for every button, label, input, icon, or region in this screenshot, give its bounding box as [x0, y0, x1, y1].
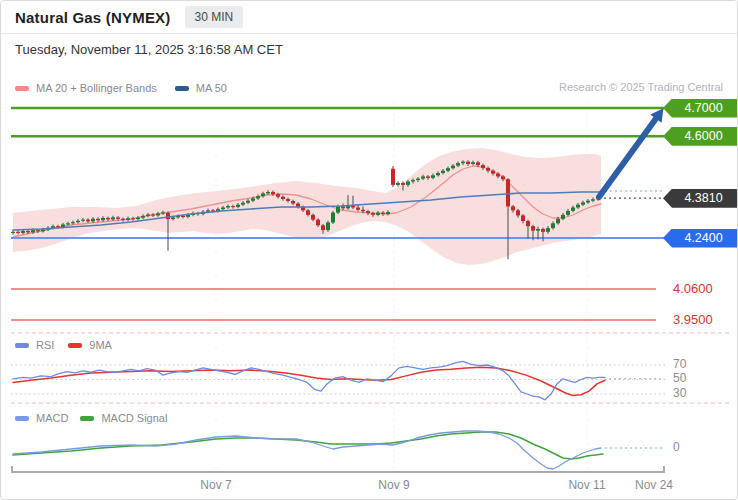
ma50-swatch-icon — [175, 86, 189, 91]
candle-body — [571, 207, 575, 210]
timestamp: Tuesday, November 11, 2025 3:16:58 AM CE… — [15, 42, 283, 57]
trend-arrow-shaft — [599, 116, 658, 197]
candle-body — [256, 196, 260, 198]
x-axis-label-nov24: Nov 24 — [635, 478, 673, 492]
rsi-level-70: 70 — [673, 357, 686, 371]
candle-body — [356, 207, 360, 209]
9ma-swatch-icon — [68, 343, 82, 348]
candle-body — [451, 166, 455, 169]
instrument-title: Natural Gas (NYMEX) — [15, 9, 171, 26]
macd-swatch-icon — [15, 416, 29, 421]
rsi-level-30: 30 — [673, 386, 686, 400]
candle-body — [221, 207, 225, 209]
candle-body — [226, 206, 230, 207]
candle-body — [26, 231, 30, 232]
candle-body — [411, 180, 415, 181]
price-chart-canvas — [1, 1, 738, 500]
candle-body — [501, 176, 505, 179]
candle-body — [116, 217, 120, 218]
candle-body — [231, 206, 235, 207]
candle-body — [471, 162, 475, 164]
candle-body — [156, 213, 160, 215]
macd-legend: MACD MACD Signal — [15, 412, 167, 424]
x-axis-label-nov11: Nov 11 — [568, 478, 605, 492]
candle-body — [11, 232, 15, 233]
candle-body — [166, 213, 170, 219]
candle-body — [566, 211, 570, 215]
candle-body — [271, 192, 275, 194]
candle-body — [516, 210, 520, 215]
candle-body — [421, 176, 425, 178]
candle-body — [361, 210, 365, 211]
candle-body — [306, 210, 310, 215]
candle-body — [561, 215, 565, 219]
candle-body — [261, 193, 265, 196]
candle-body — [521, 215, 525, 221]
legend-macd-signal: MACD Signal — [80, 412, 167, 424]
candle-body — [531, 226, 535, 231]
candle-body — [251, 198, 255, 200]
candle-body — [106, 218, 110, 219]
candle-body — [416, 179, 420, 180]
legend-ma50: MA 50 — [175, 82, 227, 94]
legend-label: MACD — [36, 412, 68, 424]
candle-body — [506, 179, 510, 206]
candle-body — [171, 217, 175, 219]
legend-label: MACD Signal — [101, 412, 167, 424]
resistance-tag-4-7000: 4.7000 — [663, 99, 738, 118]
macd-zero-label: 0 — [673, 440, 680, 454]
candle-body — [76, 221, 80, 222]
candle-body — [366, 211, 370, 213]
candle-body — [431, 175, 435, 178]
legend-label: RSI — [36, 339, 54, 351]
candle-body — [131, 218, 135, 219]
candle-body — [466, 162, 470, 164]
candle-body — [371, 213, 375, 215]
candle-body — [581, 202, 585, 204]
copyright-watermark: Research © 2025 Trading Central — [559, 81, 723, 93]
candle-body — [481, 165, 485, 168]
candle-body — [331, 213, 335, 223]
candle-body — [91, 219, 95, 222]
candle-body — [426, 176, 430, 177]
candle-body — [491, 171, 495, 174]
candle-body — [146, 215, 150, 216]
candle-body — [526, 221, 530, 226]
candle-body — [181, 216, 185, 217]
candle-body — [586, 201, 590, 203]
x-axis-line — [12, 466, 664, 472]
interval-badge: 30 MIN — [185, 6, 244, 28]
candle-body — [236, 205, 240, 207]
candle-body — [336, 206, 340, 212]
support-tag-4-2400: 4.2400 — [663, 229, 738, 248]
candle-body — [376, 213, 380, 215]
candle-body — [406, 181, 410, 184]
candle-body — [496, 174, 500, 177]
candle-body — [246, 201, 250, 203]
candle-body — [326, 222, 330, 230]
ma20-swatch-icon — [15, 86, 29, 91]
header: Natural Gas (NYMEX) 30 MIN — [1, 1, 737, 34]
rsi-swatch-icon — [15, 343, 29, 348]
candle-body — [96, 219, 100, 220]
candle-body — [316, 220, 320, 226]
candle-body — [536, 229, 540, 231]
legend-9ma: 9MA — [68, 339, 112, 351]
rsi-9ma-line — [13, 367, 605, 395]
candle-body — [541, 229, 545, 232]
candle-body — [311, 215, 315, 220]
candle-body — [21, 231, 25, 233]
macd-signal-swatch-icon — [80, 416, 94, 421]
candle-body — [61, 224, 65, 227]
chart-widget: Natural Gas (NYMEX) 30 MIN Tuesday, Nove… — [0, 0, 738, 500]
resistance-tag-4-6000: 4.6000 — [663, 127, 738, 146]
candle-body — [391, 169, 395, 185]
candle-body — [161, 212, 165, 213]
candle-body — [86, 220, 90, 222]
x-axis-label-nov9: Nov 9 — [378, 478, 409, 492]
candle-body — [551, 223, 555, 228]
candle-body — [66, 223, 70, 224]
candle-body — [436, 173, 440, 175]
rsi-level-50: 50 — [673, 371, 686, 385]
x-axis-label-nov7: Nov 7 — [200, 478, 231, 492]
